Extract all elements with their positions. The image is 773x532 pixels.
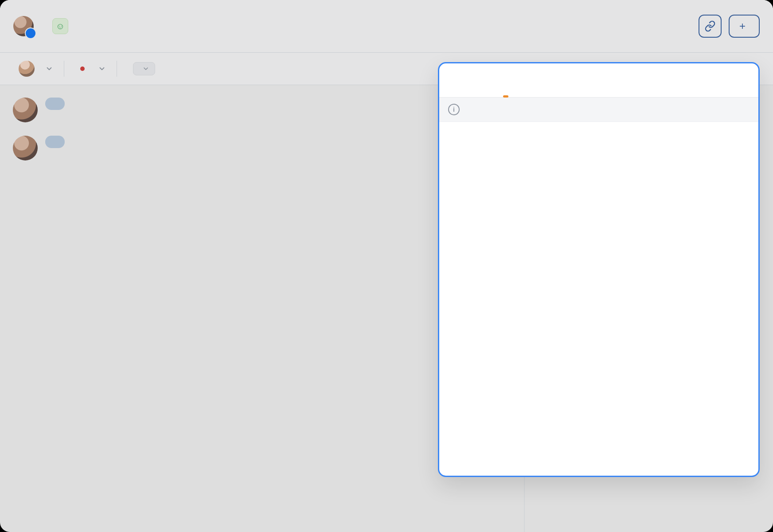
facebook-icon	[26, 28, 35, 38]
sender-avatar[interactable]	[13, 16, 34, 36]
tab-user-info[interactable]	[478, 81, 480, 97]
message-bubble[interactable]	[45, 98, 65, 110]
popover-subhead: i	[439, 98, 758, 122]
tab-history[interactable]	[505, 81, 507, 97]
assignee-field[interactable]	[13, 61, 53, 77]
plus-icon: +	[739, 21, 746, 31]
priority-dot-icon	[80, 66, 85, 71]
divider	[117, 61, 117, 77]
divider	[64, 61, 64, 77]
follow-button[interactable]: +	[729, 15, 760, 38]
assignee-avatar	[19, 61, 35, 77]
sender-avatar[interactable]	[13, 136, 38, 160]
chevron-down-icon	[142, 65, 149, 72]
status-field	[128, 62, 155, 75]
history-timeline[interactable]	[439, 122, 758, 134]
link-icon	[704, 20, 716, 32]
chevron-down-icon	[98, 65, 106, 73]
priority-field[interactable]	[75, 65, 106, 73]
popover-tabs	[439, 63, 758, 98]
history-popover: i	[438, 62, 760, 477]
info-icon: i	[448, 104, 460, 115]
status-select[interactable]	[133, 62, 155, 75]
header: ☺ +	[0, 0, 773, 53]
copy-link-button[interactable]	[699, 15, 722, 38]
tab-activity[interactable]	[452, 81, 453, 97]
sender-avatar[interactable]	[13, 98, 38, 122]
message-bubble[interactable]	[45, 136, 65, 148]
chevron-down-icon	[45, 65, 53, 73]
reaction-icon[interactable]: ☺	[52, 18, 68, 34]
